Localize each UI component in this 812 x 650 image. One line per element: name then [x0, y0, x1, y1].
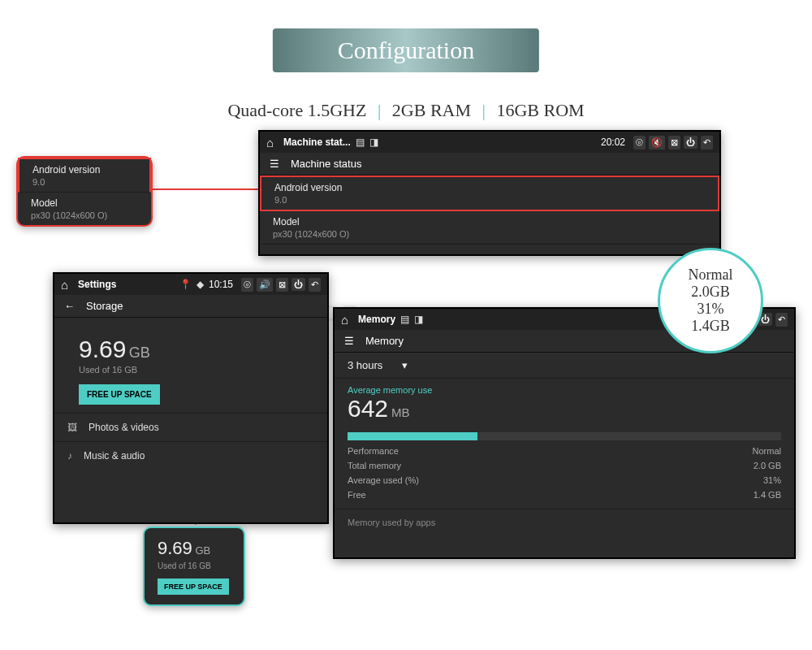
- subheader: ☰ Machine status: [260, 153, 719, 176]
- subtitle: Storage: [86, 300, 123, 312]
- time-range-dropdown[interactable]: 3 hours ▾: [335, 353, 794, 379]
- divider: |: [482, 100, 486, 120]
- spec-ram: 2GB RAM: [392, 100, 471, 120]
- music-icon: ♪: [67, 450, 72, 462]
- back-icon[interactable]: ↶: [309, 278, 321, 292]
- memory-by-apps[interactable]: Memory used by apps: [335, 509, 794, 535]
- title-banner: Configuration: [273, 28, 539, 72]
- home-icon[interactable]: ⌂: [61, 278, 68, 292]
- status-bar: ⌂ Machine stat... ▤ ◨ 20:02 ⦾ 🔇 ⊠ ⏻ ↶: [260, 132, 719, 153]
- app-title: Memory: [358, 314, 395, 325]
- storage-capacity: Used of 16 GB: [79, 365, 303, 375]
- row-value: 9.0: [274, 195, 705, 205]
- machine-status-panel: ⌂ Machine stat... ▤ ◨ 20:02 ⦾ 🔇 ⊠ ⏻ ↶ ☰ …: [258, 130, 721, 256]
- home-icon[interactable]: ⌂: [341, 313, 348, 327]
- total-row: Total memory2.0 GB: [335, 458, 794, 473]
- close-icon[interactable]: ⊠: [276, 278, 288, 292]
- shutdown-icon[interactable]: ⏻: [292, 278, 305, 291]
- storage-used: 9.69 GB: [79, 336, 303, 363]
- model-row[interactable]: Model px30 (1024x600 O): [260, 211, 719, 245]
- back-icon[interactable]: ↶: [775, 313, 788, 327]
- callout-label: Model: [31, 197, 138, 209]
- status-bar: ⌂ Settings 📍 ◆ 10:15 ⦾ 🔊 ⊠ ⏻ ↶: [54, 274, 327, 295]
- storage-callout: 9.69 GB Used of 16 GB FREE UP SPACE: [143, 526, 245, 606]
- app-title: Settings: [78, 279, 116, 290]
- app-title: Machine stat...: [283, 136, 351, 148]
- back-icon[interactable]: ↶: [701, 136, 713, 150]
- avg-memory-label: Average memory use: [335, 379, 794, 395]
- storage-panel: ⌂ Settings 📍 ◆ 10:15 ⦾ 🔊 ⊠ ⏻ ↶ ← Storage…: [53, 272, 329, 524]
- music-category[interactable]: ♪ Music & audio: [54, 441, 327, 470]
- subtitle: Machine status: [291, 158, 361, 170]
- circle-line: 31%: [698, 301, 724, 318]
- callout-value: 9.0: [32, 177, 136, 187]
- callout-sub: Used of 16 GB: [158, 561, 231, 570]
- sd-icon: ▤: [356, 136, 365, 148]
- callout-unit: GB: [195, 544, 210, 557]
- circle-line: Normal: [689, 266, 733, 284]
- photos-category[interactable]: 🖼 Photos & videos: [54, 413, 327, 441]
- home-icon[interactable]: ⌂: [266, 136, 274, 150]
- spec-cpu: Quad-core 1.5GHZ: [227, 100, 366, 120]
- clock: 20:02: [601, 136, 625, 148]
- divider: |: [378, 100, 381, 120]
- chevron-down-icon: ▾: [402, 359, 408, 371]
- free-row: Free1.4 GB: [335, 488, 794, 502]
- android-callout: Android version 9.0 Model px30 (1024x600…: [16, 156, 153, 227]
- wifi-icon: ◆: [197, 279, 204, 290]
- row-value: px30 (1024x600 O): [273, 229, 706, 239]
- subtitle: Memory: [365, 335, 404, 347]
- memory-bar: [348, 432, 781, 440]
- subheader: ← Storage: [54, 295, 327, 318]
- callout-value: 9.69: [158, 538, 192, 558]
- sd-icon: ▤: [400, 314, 409, 325]
- avg-memory-value: 642MB: [335, 395, 794, 426]
- card-icon: ◨: [369, 136, 378, 148]
- close-icon[interactable]: ⊠: [668, 136, 680, 150]
- android-version-row[interactable]: Android version 9.0: [260, 176, 719, 211]
- connector-line: [148, 188, 258, 190]
- shutdown-icon[interactable]: ⏻: [684, 136, 698, 149]
- free-up-space-button[interactable]: FREE UP SPACE: [158, 578, 229, 595]
- callout-value: px30 (1024x600 O): [31, 210, 138, 220]
- avgp-row: Average used (%)31%: [335, 473, 794, 488]
- spec-rom: 16GB ROM: [496, 100, 584, 120]
- free-up-space-button[interactable]: FREE UP SPACE: [79, 384, 160, 405]
- perf-row: PerformanceNormal: [335, 444, 794, 458]
- back-arrow-icon[interactable]: ←: [64, 300, 75, 312]
- screenshot-icon[interactable]: ⦾: [241, 278, 253, 292]
- row-label: Model: [273, 216, 706, 228]
- circle-line: 2.0GB: [691, 284, 730, 301]
- row-label: Android version: [274, 182, 705, 193]
- callout-label: Android version: [32, 164, 136, 176]
- specs-row: Quad-core 1.5GHZ | 2GB RAM | 16GB ROM: [227, 100, 584, 121]
- circle-line: 1.4GB: [691, 318, 730, 335]
- volume-icon[interactable]: 🔇: [649, 136, 665, 150]
- volume-icon[interactable]: 🔊: [257, 278, 273, 292]
- memory-circle-callout: Normal 2.0GB 31% 1.4GB: [658, 248, 763, 353]
- photo-icon: 🖼: [67, 422, 77, 433]
- location-icon: 📍: [179, 279, 192, 290]
- screenshot-icon[interactable]: ⦾: [633, 136, 646, 150]
- menu-icon[interactable]: ☰: [270, 158, 279, 170]
- card-icon: ◨: [414, 314, 423, 325]
- clock: 10:15: [209, 279, 233, 290]
- menu-icon[interactable]: ☰: [344, 335, 354, 347]
